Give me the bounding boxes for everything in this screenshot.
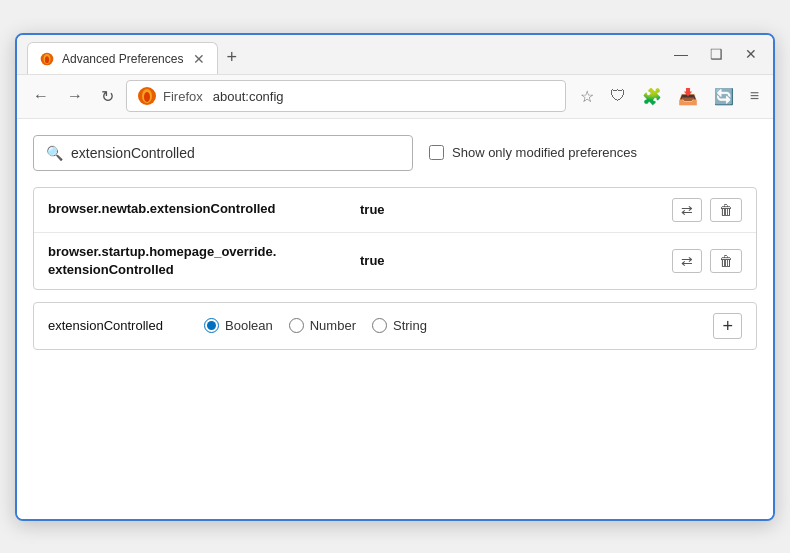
delete-icon-1: 🗑	[719, 202, 733, 218]
address-text: about:config	[213, 89, 284, 104]
add-pref-button[interactable]: +	[713, 313, 742, 339]
toggle-icon-2: ⇄	[681, 253, 693, 269]
window-controls: — ❑ ✕	[668, 44, 763, 70]
radio-group: Boolean Number String	[204, 318, 697, 333]
browser-tab[interactable]: Advanced Preferences ✕	[27, 42, 218, 74]
svg-point-5	[144, 92, 150, 102]
radio-string[interactable]: String	[372, 318, 427, 333]
delete-button-1[interactable]: 🗑	[710, 198, 742, 222]
shield-button[interactable]: 🛡	[606, 85, 630, 107]
title-bar: Advanced Preferences ✕ + — ❑ ✕	[17, 35, 773, 75]
menu-button[interactable]: ≡	[746, 85, 763, 107]
search-input[interactable]	[71, 145, 400, 161]
history-button[interactable]: 🔄	[710, 85, 738, 108]
row-actions-1: ⇄ 🗑	[672, 198, 742, 222]
extension-button[interactable]: 🧩	[638, 85, 666, 108]
pref-value-1: true	[360, 202, 660, 217]
pref-name-2: browser.startup.homepage_override. exten…	[48, 243, 348, 279]
new-pref-row: extensionControlled Boolean Number Strin…	[33, 302, 757, 350]
table-row: browser.newtab.extensionControlled true …	[34, 188, 756, 233]
tab-favicon	[40, 52, 54, 66]
show-modified-checkbox[interactable]	[429, 145, 444, 160]
minimize-button[interactable]: —	[668, 44, 694, 64]
delete-button-2[interactable]: 🗑	[710, 249, 742, 273]
radio-number[interactable]: Number	[289, 318, 356, 333]
search-icon: 🔍	[46, 145, 63, 161]
search-row: 🔍 Show only modified preferences	[33, 135, 757, 171]
main-content: 🔍 Show only modified preferences browser…	[17, 119, 773, 519]
refresh-button[interactable]: ↻	[95, 83, 120, 110]
radio-boolean-input[interactable]	[204, 318, 219, 333]
table-row: browser.startup.homepage_override. exten…	[34, 233, 756, 289]
show-modified-text: Show only modified preferences	[452, 145, 637, 160]
pref-name-1: browser.newtab.extensionControlled	[48, 200, 348, 218]
restore-button[interactable]: ❑	[704, 44, 729, 64]
svg-point-2	[45, 56, 49, 63]
browser-name: Firefox	[163, 89, 203, 104]
nav-bar: ← → ↻ Firefox about:config ☆ 🛡 🧩 📥 🔄 ≡	[17, 75, 773, 119]
pref-name-2-line1: browser.startup.homepage_override.	[48, 244, 276, 259]
pref-value-2: true	[360, 253, 660, 268]
download-button[interactable]: 📥	[674, 85, 702, 108]
close-window-button[interactable]: ✕	[739, 44, 763, 64]
radio-boolean[interactable]: Boolean	[204, 318, 273, 333]
nav-icons: ☆ 🛡 🧩 📥 🔄 ≡	[576, 85, 763, 108]
show-modified-label[interactable]: Show only modified preferences	[429, 145, 637, 160]
radio-string-input[interactable]	[372, 318, 387, 333]
bookmark-button[interactable]: ☆	[576, 85, 598, 108]
new-tab-button[interactable]: +	[218, 44, 245, 70]
radio-string-label: String	[393, 318, 427, 333]
new-pref-name: extensionControlled	[48, 318, 188, 333]
forward-button[interactable]: →	[61, 83, 89, 109]
results-table: browser.newtab.extensionControlled true …	[33, 187, 757, 290]
toggle-button-1[interactable]: ⇄	[672, 198, 702, 222]
toggle-button-2[interactable]: ⇄	[672, 249, 702, 273]
radio-number-label: Number	[310, 318, 356, 333]
radio-boolean-label: Boolean	[225, 318, 273, 333]
radio-number-input[interactable]	[289, 318, 304, 333]
toggle-icon-1: ⇄	[681, 202, 693, 218]
firefox-logo	[137, 86, 157, 106]
pref-name-2-line2: extensionControlled	[48, 262, 174, 277]
search-box: 🔍	[33, 135, 413, 171]
tab-title: Advanced Preferences	[62, 52, 183, 66]
back-button[interactable]: ←	[27, 83, 55, 109]
address-bar[interactable]: Firefox about:config	[126, 80, 566, 112]
tab-close-button[interactable]: ✕	[191, 52, 207, 66]
delete-icon-2: 🗑	[719, 253, 733, 269]
row-actions-2: ⇄ 🗑	[672, 249, 742, 273]
